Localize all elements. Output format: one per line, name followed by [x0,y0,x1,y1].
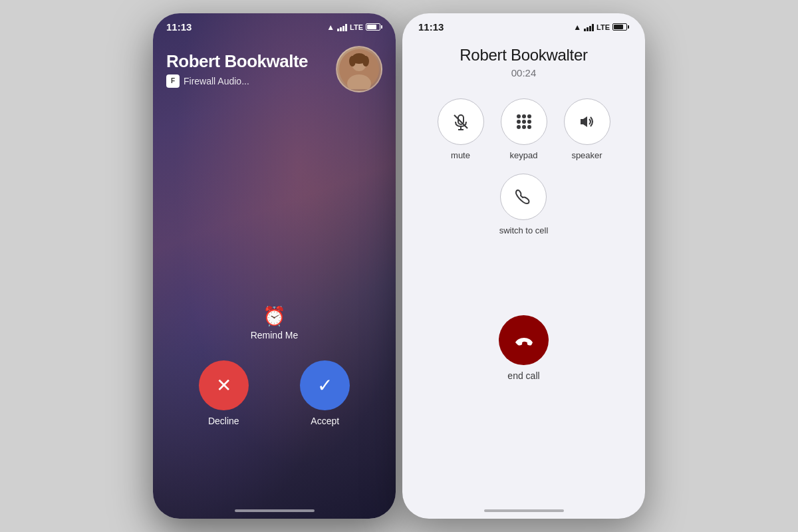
decline-label: Decline [208,416,239,426]
status-bar-right: 11:13 ▲ LTE [402,13,645,33]
mute-group: mute [438,98,484,160]
keypad-group: keypad [501,98,547,160]
avatar-svg [339,49,379,89]
caller-name-right: Robert Bookwalter [416,46,632,65]
end-call-icon-svg [514,331,534,350]
keypad-button[interactable] [501,98,547,145]
end-call-section: end call [402,315,645,381]
switch-cell-group: switch to cell [499,174,549,235]
battery-icon-left [366,23,382,31]
phone-handset-icon [514,188,533,206]
svg-marker-10 [581,116,587,127]
dot-9 [527,125,531,129]
home-indicator-right [484,509,564,512]
status-icons-right: ▲ LTE [573,23,629,32]
mute-button[interactable] [438,98,484,145]
accept-label: Accept [311,416,339,426]
svg-point-5 [362,56,369,66]
phone-left: 11:13 ▲ LTE R [153,13,396,519]
accept-group: ✓ Accept [300,360,350,426]
call-controls: mute [402,85,645,235]
dot-6 [527,120,531,124]
status-icons-left: ▲ LTE [327,23,382,32]
dot-1 [517,114,521,118]
keypad-label: keypad [510,150,538,160]
signal-bar-r1 [584,29,586,31]
speaker-button[interactable] [564,98,610,145]
decline-x-icon: ✕ [216,374,231,396]
caller-details: Robert Bookwalte F Firewall Audio... [166,51,336,88]
time-right: 11:13 [418,21,444,33]
speaker-label: speaker [571,150,602,160]
signal-bar-r4 [592,24,594,31]
signal-bar-4 [345,24,347,31]
signal-bars-left [337,23,347,31]
battery-tip-left [381,25,382,29]
signal-bar-2 [340,27,342,31]
status-bar-left: 11:13 ▲ LTE [153,13,396,33]
controls-row-bottom: switch to cell [499,174,549,235]
call-duration: 00:24 [416,67,632,78]
battery-body-right [612,23,627,31]
end-call-label: end call [507,370,539,381]
call-info: Robert Bookwalte F Firewall Audio... [153,33,396,92]
keypad-dots-icon [517,114,531,129]
dot-7 [517,125,521,129]
app-icon: F [166,74,180,88]
caller-name-left: Robert Bookwalte [166,51,336,72]
avatar [336,46,382,92]
remind-me-section[interactable]: ⏰ Remind Me [153,305,396,340]
network-type-right: LTE [597,23,610,31]
switch-cell-button[interactable] [500,174,547,220]
dot-2 [522,114,526,118]
battery-fill-left [367,25,376,29]
app-name: Firewall Audio... [184,76,249,86]
decline-button[interactable]: ✕ [199,360,249,410]
action-buttons: ✕ Decline ✓ Accept [153,360,396,426]
time-left: 11:13 [166,21,192,33]
active-call-header: Robert Bookwalter 00:24 [402,33,645,85]
mute-icon [452,112,470,131]
mute-label: mute [451,150,470,160]
dot-8 [522,125,526,129]
dot-3 [527,114,531,118]
end-call-button[interactable] [499,315,549,365]
signal-bar-r3 [589,26,591,31]
location-icon-right: ▲ [573,23,581,32]
location-icon-left: ▲ [327,23,334,32]
battery-body-left [366,23,380,31]
network-type-left: LTE [350,23,363,31]
alarm-icon: ⏰ [263,305,286,327]
signal-bar-3 [342,26,344,31]
switch-cell-label: switch to cell [499,225,549,235]
signal-bar-r2 [587,27,589,31]
phones-container: 11:13 ▲ LTE R [153,13,645,519]
dot-4 [517,120,521,124]
battery-tip-right [628,25,629,29]
phone-right: 11:13 ▲ LTE Robert Boo [402,13,645,519]
signal-bars-right [584,23,594,31]
svg-point-4 [349,56,356,66]
speaker-group: speaker [564,98,610,160]
home-indicator-left [235,509,315,512]
accept-button[interactable]: ✓ [300,360,350,410]
decline-group: ✕ Decline [199,360,249,426]
speaker-icon [578,112,597,131]
remind-me-label: Remind Me [251,330,299,340]
battery-icon-right [612,23,629,31]
dot-5 [522,120,526,124]
controls-row-top: mute [438,98,610,160]
accept-check-icon: ✓ [317,374,332,396]
app-info: F Firewall Audio... [166,74,336,88]
signal-bar-1 [337,29,339,31]
battery-fill-right [614,25,623,29]
